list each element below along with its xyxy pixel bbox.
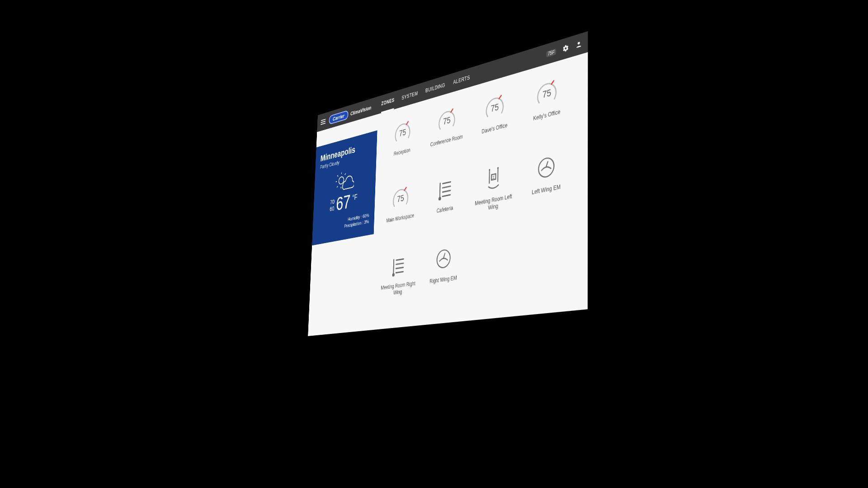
svg-line-24 xyxy=(396,263,403,264)
svg-line-25 xyxy=(396,267,403,268)
temperature-gauge-icon: 75 xyxy=(393,117,413,148)
temperature-gauge-icon: 75 xyxy=(436,104,458,137)
settings-icon[interactable] xyxy=(562,44,569,53)
zone-tile[interactable]: Σ Meeting Room Left Wing xyxy=(469,156,518,230)
sensor-icon: Σ xyxy=(482,162,505,195)
zone-label: Meeting Room Left Wing xyxy=(472,192,516,215)
svg-point-0 xyxy=(578,42,580,45)
svg-line-7 xyxy=(345,174,346,175)
zone-temp: 75 xyxy=(393,117,413,148)
svg-point-18 xyxy=(489,169,490,171)
zone-label: Meeting Room Right Wing xyxy=(379,280,417,298)
weather-temp: 67 xyxy=(336,192,351,213)
zone-label: Conference Room xyxy=(430,133,463,148)
zone-tile[interactable]: Right Wing EM xyxy=(420,239,466,308)
svg-line-26 xyxy=(396,272,403,272)
svg-line-11 xyxy=(443,191,450,192)
zone-tile[interactable]: 75Main Workspace xyxy=(379,178,422,246)
temperature-gauge-icon: 75 xyxy=(483,91,506,125)
svg-point-27 xyxy=(392,273,395,277)
vent-icon xyxy=(434,173,456,205)
svg-line-9 xyxy=(443,182,450,184)
svg-line-23 xyxy=(396,259,404,260)
svg-point-13 xyxy=(439,197,441,201)
zone-tile[interactable]: Left Wing EM xyxy=(520,144,573,221)
zone-label: Cafeteria xyxy=(436,205,453,215)
svg-line-6 xyxy=(337,186,338,188)
zone-temp: 75 xyxy=(436,104,458,137)
weather-card: Minneapolis Partly Cloudy xyxy=(312,130,377,245)
zone-tile[interactable]: Cafeteria xyxy=(423,168,468,239)
svg-line-5 xyxy=(337,175,338,177)
zone-temp: 75 xyxy=(391,183,410,214)
zone-tile[interactable]: Meeting Room Right Wing xyxy=(377,246,420,313)
svg-line-12 xyxy=(443,195,450,197)
temperature-gauge-icon: 75 xyxy=(391,183,410,214)
vent-icon xyxy=(388,251,409,281)
svg-line-21 xyxy=(546,162,547,167)
brand-name: ClimaVision xyxy=(350,104,372,117)
svg-line-29 xyxy=(443,253,445,258)
meter-icon xyxy=(433,243,454,274)
brand-pill: Carrier xyxy=(329,110,348,125)
zone-temp: 75 xyxy=(483,91,506,125)
zone-label: Right Wing EM xyxy=(429,275,457,285)
svg-line-10 xyxy=(443,186,450,188)
zone-label: Reception xyxy=(394,147,410,157)
svg-line-4 xyxy=(336,182,337,182)
header-badge: 75F xyxy=(546,48,556,57)
zone-tile[interactable]: 75Kelly's Office xyxy=(521,69,573,148)
user-icon[interactable] xyxy=(576,40,582,49)
zone-tile[interactable]: 75Conference Room xyxy=(425,99,469,171)
temperature-gauge-icon: 75 xyxy=(534,75,559,111)
svg-line-8 xyxy=(440,183,440,197)
app-panel: Carrier ClimaVision ZONES SYSTEM BUILDIN… xyxy=(308,31,588,336)
svg-line-22 xyxy=(393,260,394,273)
zone-label: Main Workspace xyxy=(386,212,414,224)
zone-temp: 75 xyxy=(534,75,559,111)
svg-text:Σ: Σ xyxy=(492,174,495,180)
zone-tile[interactable]: 75Dave's Office xyxy=(471,84,519,160)
zone-tile[interactable]: 75Reception xyxy=(382,112,424,181)
svg-point-19 xyxy=(497,167,499,169)
weather-unit: °F xyxy=(352,192,358,202)
meter-icon xyxy=(534,150,559,185)
zone-label: Left Wing EM xyxy=(532,183,561,196)
weather-low: 60 xyxy=(330,205,335,212)
